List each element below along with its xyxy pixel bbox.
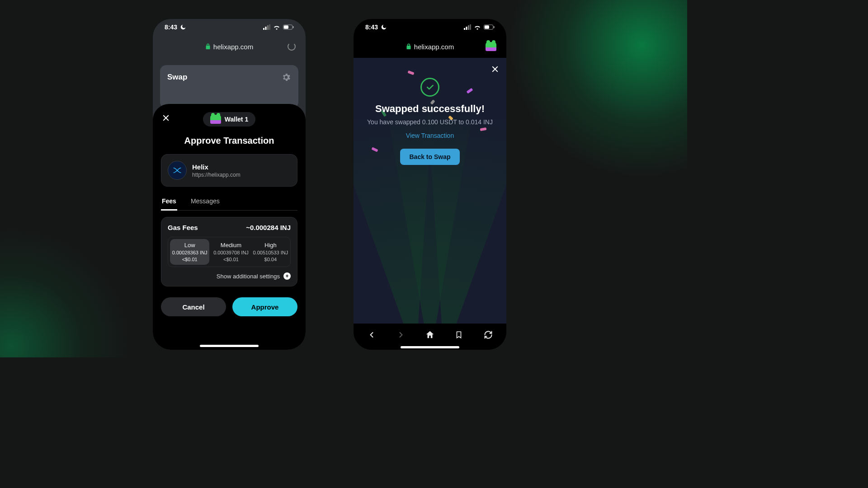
- approve-sheet: Wallet 1 Approve Transaction Helix https…: [153, 104, 306, 350]
- battery-icon: [484, 24, 495, 30]
- status-time: 8:43: [365, 23, 378, 31]
- check-circle-icon: [420, 78, 439, 97]
- close-sheet-button[interactable]: [162, 114, 170, 122]
- svg-rect-2: [267, 25, 269, 30]
- nav-bookmark-button[interactable]: [450, 326, 468, 344]
- background-glow-top-right: [506, 0, 687, 181]
- background-glow-bottom-left: [0, 222, 136, 357]
- show-additional-settings[interactable]: Show additional settings +: [168, 272, 291, 280]
- gear-icon[interactable]: [281, 72, 291, 82]
- phone-swap-success: 8:43 helixapp.com: [354, 19, 506, 350]
- svg-rect-8: [466, 27, 467, 30]
- fee-usd: <$0.01: [172, 257, 208, 262]
- signal-icon: [263, 24, 270, 30]
- svg-rect-9: [468, 25, 469, 30]
- tab-fees[interactable]: Fees: [161, 193, 177, 211]
- svg-rect-12: [485, 25, 489, 28]
- svg-rect-6: [293, 26, 294, 28]
- browser-navbar: [354, 324, 506, 350]
- success-subtitle: You have swapped 0.100 USDT to 0.014 INJ: [354, 118, 506, 126]
- url-text: helixapp.com: [213, 43, 253, 51]
- helix-app-icon: [168, 161, 187, 180]
- wallet-frog-icon: [210, 115, 221, 124]
- svg-rect-3: [269, 24, 270, 30]
- wallet-name: Wallet 1: [225, 116, 248, 123]
- svg-rect-7: [464, 28, 465, 30]
- phone-approve-transaction: 8:43 helixapp.com Swap: [153, 19, 306, 350]
- lock-icon: [205, 43, 211, 50]
- loading-spinner-icon: [288, 42, 296, 51]
- signal-icon: [464, 24, 471, 30]
- settings-label: Show additional settings: [217, 273, 280, 280]
- fee-amount: 0.00510533 INJ: [253, 250, 288, 255]
- view-transaction-link[interactable]: View Transaction: [406, 132, 454, 139]
- svg-rect-5: [284, 25, 288, 28]
- gas-estimate: ~0.000284 INJ: [246, 224, 291, 231]
- url-bar[interactable]: helixapp.com: [153, 35, 306, 58]
- gas-card: Gas Fees ~0.000284 INJ Low 0.00028363 IN…: [161, 217, 297, 286]
- success-block: Swapped successfully! You have swapped 0…: [354, 78, 506, 165]
- url-text: helixapp.com: [414, 43, 454, 51]
- fee-amount: 0.00028363 INJ: [172, 250, 208, 255]
- svg-rect-1: [265, 27, 267, 30]
- nav-reload-button[interactable]: [479, 326, 497, 344]
- swap-heading: Swap: [167, 73, 187, 82]
- status-bar: 8:43: [153, 19, 306, 35]
- app-name: Helix: [192, 163, 241, 171]
- success-title: Swapped successfully!: [354, 103, 506, 115]
- lock-icon: [406, 43, 411, 50]
- wallet-selector[interactable]: Wallet 1: [203, 112, 255, 127]
- back-to-swap-button[interactable]: Back to Swap: [400, 149, 459, 165]
- moon-icon: [381, 24, 387, 30]
- status-bar: 8:43: [354, 19, 506, 35]
- wallet-frog-icon[interactable]: [486, 42, 496, 51]
- fee-option-low[interactable]: Low 0.00028363 INJ <$0.01: [170, 239, 209, 265]
- nav-home-button[interactable]: [421, 326, 439, 344]
- fee-amount: 0.00039708 INJ: [213, 250, 249, 255]
- fee-option-high[interactable]: High 0.00510533 INJ $0.04: [251, 237, 290, 267]
- sheet-actions: Cancel Approve: [161, 297, 297, 316]
- tab-messages[interactable]: Messages: [190, 193, 221, 210]
- cancel-button[interactable]: Cancel: [161, 297, 226, 316]
- approve-button[interactable]: Approve: [232, 297, 297, 316]
- fee-label: Medium: [213, 242, 249, 249]
- confetti-piece: [407, 70, 414, 75]
- requesting-app-card: Helix https://helixapp.com: [161, 154, 297, 187]
- wifi-icon: [273, 24, 280, 30]
- nav-forward-button: [392, 326, 410, 344]
- fee-option-medium[interactable]: Medium 0.00039708 INJ <$0.01: [211, 237, 250, 267]
- fee-usd: $0.04: [253, 257, 288, 262]
- fee-label: High: [253, 242, 288, 249]
- svg-rect-0: [263, 28, 264, 30]
- home-indicator[interactable]: [200, 345, 259, 347]
- app-url: https://helixapp.com: [192, 172, 241, 178]
- nav-back-button[interactable]: [363, 326, 381, 344]
- close-button[interactable]: [491, 65, 499, 73]
- plus-circle-icon: +: [283, 272, 291, 280]
- battery-icon: [283, 24, 294, 30]
- moon-icon: [180, 24, 186, 30]
- swap-card: Swap: [160, 65, 298, 108]
- url-bar[interactable]: helixapp.com: [354, 35, 506, 58]
- svg-rect-13: [494, 26, 495, 28]
- fee-options: Low 0.00028363 INJ <$0.01 Medium 0.00039…: [168, 237, 291, 267]
- gas-heading: Gas Fees: [168, 224, 198, 231]
- svg-rect-10: [470, 24, 471, 30]
- status-time: 8:43: [165, 23, 177, 31]
- sheet-title: Approve Transaction: [161, 136, 297, 146]
- fee-label: Low: [172, 242, 208, 249]
- fee-usd: <$0.01: [213, 257, 249, 262]
- wifi-icon: [474, 24, 481, 30]
- app-area: Swapped successfully! You have swapped 0…: [354, 58, 506, 324]
- sheet-tabs: Fees Messages: [161, 193, 297, 211]
- home-indicator[interactable]: [401, 346, 459, 348]
